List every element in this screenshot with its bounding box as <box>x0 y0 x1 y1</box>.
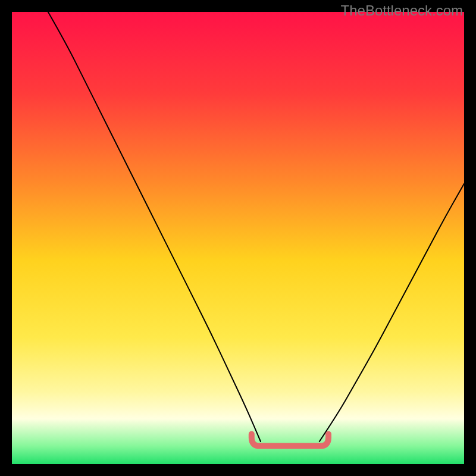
heat-background <box>12 12 464 464</box>
chart-frame <box>12 12 464 464</box>
bottleneck-chart <box>12 12 464 464</box>
